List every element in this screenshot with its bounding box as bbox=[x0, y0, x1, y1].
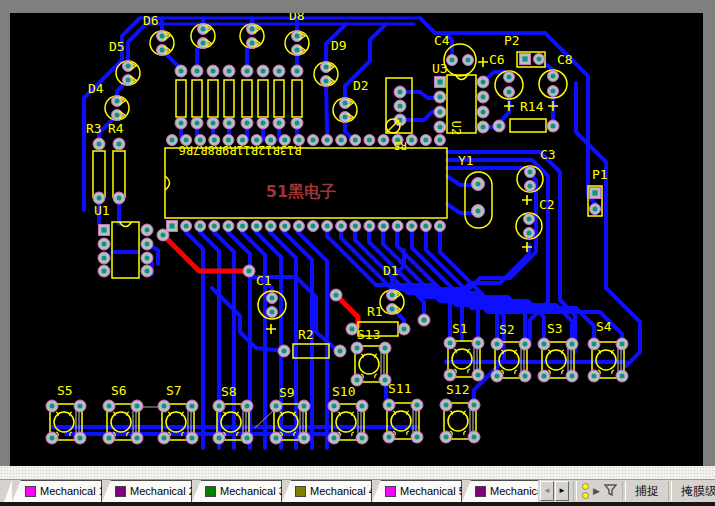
ref-label-R3: R3 bbox=[86, 121, 102, 136]
layer-tab-mechanical-4[interactable]: Mechanical 4 bbox=[282, 480, 372, 502]
ref-label-S5: S5 bbox=[57, 383, 73, 398]
layer-color-swatch bbox=[385, 486, 396, 497]
separator bbox=[573, 481, 577, 501]
window-border-right bbox=[703, 13, 715, 466]
component-S1[interactable] bbox=[444, 337, 484, 381]
layer-tab-label: Mechanical 4 bbox=[310, 485, 372, 497]
component-R14[interactable] bbox=[493, 119, 559, 132]
ref-label-S10: S10 bbox=[332, 384, 355, 399]
mask-level-button[interactable]: 掩膜级别 bbox=[675, 483, 715, 500]
component-D5[interactable] bbox=[116, 61, 140, 86]
component-S9[interactable] bbox=[270, 400, 310, 444]
ref-label-C4: C4 bbox=[434, 33, 450, 48]
chip-silkscreen-text: 51黑电子 bbox=[266, 182, 336, 201]
ref-label-C3: C3 bbox=[540, 147, 556, 162]
ref-label-S3: S3 bbox=[547, 321, 563, 336]
ref-label-D2: D2 bbox=[353, 78, 369, 93]
component-S10[interactable] bbox=[328, 400, 368, 444]
ref-label-D6: D6 bbox=[143, 13, 159, 28]
ref-label-D1: D1 bbox=[383, 263, 399, 278]
component-S7[interactable] bbox=[158, 400, 198, 444]
filter-funnel-icon[interactable] bbox=[604, 482, 617, 500]
ref-label-R2: R2 bbox=[298, 327, 314, 342]
component-D1[interactable] bbox=[380, 290, 404, 315]
yellow-dot-icon bbox=[582, 483, 589, 490]
component-D6[interactable] bbox=[150, 31, 174, 56]
layer-color-swatch bbox=[295, 486, 306, 497]
pcb-canvas[interactable]: 51黑电子D6D7D3D8D5D4D9D2R3R4U1C4U3P2C6C8R14… bbox=[10, 13, 703, 466]
layer-color-swatch bbox=[115, 486, 126, 497]
ref-label-S1: S1 bbox=[452, 321, 468, 336]
component-S6[interactable] bbox=[103, 400, 143, 444]
component-triple-pin[interactable] bbox=[386, 78, 412, 133]
ref-label-S2: S2 bbox=[499, 322, 515, 337]
window-border-bottom bbox=[0, 502, 715, 506]
component-S13[interactable] bbox=[351, 342, 391, 386]
component-R4[interactable] bbox=[113, 138, 125, 204]
layer-color-swatch bbox=[25, 486, 36, 497]
ref-label-P2: P2 bbox=[504, 33, 520, 48]
bottom-scroll-strip[interactable] bbox=[0, 466, 715, 479]
ref-label-C1: C1 bbox=[256, 273, 272, 288]
component-D3[interactable] bbox=[240, 24, 264, 49]
separator bbox=[668, 481, 672, 501]
layer-tab-mechanical-1[interactable]: Mechanical 1 bbox=[12, 480, 102, 502]
layer-tab-mechanical-3[interactable]: Mechanical 3 bbox=[192, 480, 282, 502]
ref-label-C8: C8 bbox=[557, 52, 573, 67]
ref-label-D7: D7 bbox=[196, 13, 212, 16]
snap-button[interactable]: 捕捉 bbox=[629, 483, 665, 500]
ref-label-U3: U3 bbox=[432, 61, 448, 76]
pcb-editor-window: 51黑电子D6D7D3D8D5D4D9D2R3R4U1C4U3P2C6C8R14… bbox=[0, 0, 715, 506]
layer-tab-bar: Mechanical 1Mechanical 2Mechanical 3Mech… bbox=[0, 479, 715, 502]
component-D4[interactable] bbox=[105, 96, 129, 121]
component-resistor-array[interactable] bbox=[175, 65, 303, 129]
plus-mark bbox=[522, 195, 532, 205]
component-D8[interactable] bbox=[285, 31, 309, 56]
ref-label-Y1: Y1 bbox=[458, 153, 474, 168]
ref-label-D4: D4 bbox=[88, 81, 104, 96]
ref-label-D5: D5 bbox=[109, 39, 125, 54]
component-Y1[interactable] bbox=[465, 172, 492, 228]
ref-label-S12: S12 bbox=[446, 382, 469, 397]
ref-label-R1: R1 bbox=[367, 304, 383, 319]
component-D7[interactable] bbox=[191, 24, 215, 49]
ref-label-rotated: R5 bbox=[393, 139, 406, 152]
ref-label-rotated: R13R12R11R9R8R7R6 bbox=[179, 143, 302, 157]
layer-tab-label: Mechanical 5 bbox=[400, 485, 462, 497]
layer-color-dots-icon[interactable] bbox=[582, 483, 589, 499]
plus-mark bbox=[478, 57, 488, 67]
ref-label-C6: C6 bbox=[489, 52, 505, 67]
ref-label-U1: U1 bbox=[94, 203, 110, 218]
tab-scroll-left-button[interactable]: ◄ bbox=[540, 481, 554, 501]
component-R3[interactable] bbox=[93, 138, 105, 204]
ref-label-S11: S11 bbox=[388, 381, 411, 396]
layer-tab-mechanical-5[interactable]: Mechanical 5 bbox=[372, 480, 462, 502]
ref-label-R4: R4 bbox=[108, 121, 124, 136]
separator bbox=[622, 481, 626, 501]
component-S12[interactable] bbox=[440, 399, 480, 443]
ref-label-S7: S7 bbox=[166, 383, 182, 398]
yellow-dot-icon bbox=[582, 492, 589, 499]
component-S5[interactable] bbox=[46, 400, 86, 444]
ref-label-R14: R14 bbox=[520, 99, 544, 114]
layer-tab-mechanical-2[interactable]: Mechanical 2 bbox=[102, 480, 192, 502]
plus-mark bbox=[504, 101, 514, 111]
ref-label-rotated: U2 bbox=[449, 121, 463, 135]
layer-tab-label: Mechanical 2 bbox=[130, 485, 192, 497]
play-triangle-icon[interactable]: ▶ bbox=[593, 486, 600, 496]
component-D2[interactable] bbox=[333, 98, 357, 123]
layer-color-swatch bbox=[475, 486, 486, 497]
component-P2[interactable] bbox=[517, 52, 545, 67]
layer-tab-stub bbox=[0, 480, 12, 503]
plus-mark bbox=[266, 324, 276, 334]
layer-tab-label: Mechanical 1 bbox=[40, 485, 102, 497]
tab-scroll-right-button[interactable]: ► bbox=[555, 481, 569, 501]
component-C6[interactable] bbox=[495, 71, 523, 111]
ref-label-D9: D9 bbox=[331, 38, 347, 53]
component-D9[interactable] bbox=[314, 62, 338, 87]
layer-tab-label: Mechanical 3 bbox=[220, 485, 282, 497]
component-S11[interactable] bbox=[383, 399, 423, 443]
ref-label-S13: S13 bbox=[357, 327, 380, 342]
ref-label-D8: D8 bbox=[289, 13, 305, 23]
tab-bar-right-panel: ◄ ► ▶ 捕捉 掩膜级别 bbox=[538, 480, 715, 502]
